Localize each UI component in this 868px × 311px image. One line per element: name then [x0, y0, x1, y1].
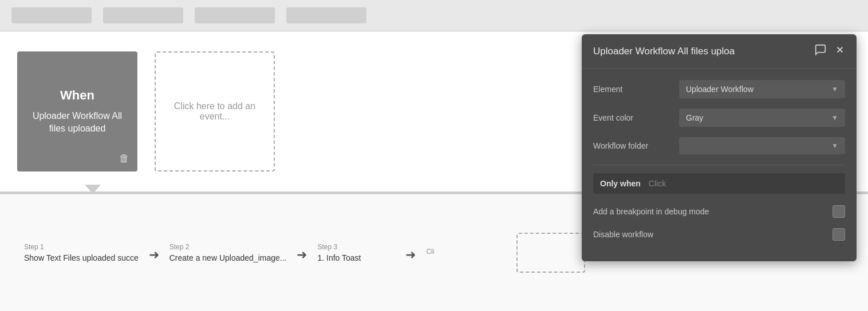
- element-chevron-icon: ▼: [831, 85, 838, 93]
- right-panel: Uploader Workflow All files uploa Elemen…: [582, 34, 857, 261]
- arrow-3: ➜: [405, 248, 416, 262]
- step-2[interactable]: Step 2 Create a new Uploaded_image...: [163, 238, 294, 267]
- when-description: Uploader Workflow All files uploaded: [29, 110, 126, 135]
- close-icon[interactable]: [835, 45, 845, 58]
- arrow-1: ➜: [149, 248, 159, 262]
- element-select[interactable]: Uploader Workflow ▼: [679, 80, 845, 98]
- breakpoint-label: Add a breakpoint in debug mode: [593, 207, 709, 216]
- element-row: Element Uploader Workflow ▼: [593, 80, 845, 98]
- event-color-row: Event color Gray ▼: [593, 109, 845, 127]
- event-color-select[interactable]: Gray ▼: [679, 109, 845, 127]
- when-label: When: [60, 88, 94, 103]
- step-3-number: Step 3: [317, 243, 337, 251]
- step-3[interactable]: Step 3 1. Info Toast: [310, 238, 402, 267]
- triangle-pointer: [85, 185, 101, 194]
- top-tab-2[interactable]: [103, 7, 183, 23]
- step-4-number: Cli: [426, 248, 434, 256]
- breakpoint-row: Add a breakpoint in debug mode: [593, 204, 845, 219]
- only-when-row[interactable]: Only when Click: [593, 173, 845, 194]
- step-1[interactable]: Step 1 Show Text Files uploaded succe: [17, 238, 145, 267]
- step-add-box[interactable]: [516, 233, 585, 273]
- step-2-number: Step 2: [169, 243, 190, 251]
- top-tab-1[interactable]: [11, 7, 92, 23]
- arrow-2: ➜: [297, 248, 307, 262]
- separator-1: [593, 165, 845, 165]
- event-color-label: Event color: [593, 113, 679, 122]
- disable-workflow-row: Disable workflow: [593, 227, 845, 242]
- add-event-card[interactable]: Click here to add an event...: [155, 51, 275, 172]
- workflow-folder-select[interactable]: ▼: [679, 137, 845, 154]
- element-value: Uploader Workflow: [686, 85, 753, 94]
- trash-icon[interactable]: 🗑: [119, 153, 129, 165]
- step-2-name: Create a new Uploaded_image...: [169, 253, 287, 262]
- workflow-folder-row: Workflow folder ▼: [593, 137, 845, 154]
- breakpoint-toggle[interactable]: [833, 205, 845, 218]
- panel-title: Uploader Workflow All files uploa: [593, 46, 735, 57]
- event-color-value: Gray: [686, 113, 703, 122]
- workflow-folder-chevron-icon: ▼: [831, 142, 838, 150]
- disable-workflow-label: Disable workflow: [593, 230, 653, 239]
- top-tab-3[interactable]: [195, 7, 275, 23]
- step-4[interactable]: Cli: [419, 243, 511, 262]
- disable-workflow-toggle[interactable]: [833, 228, 845, 241]
- panel-body: Element Uploader Workflow ▼ Event color …: [582, 69, 857, 261]
- step-1-name: Show Text Files uploaded succe: [24, 253, 139, 262]
- panel-header: Uploader Workflow All files uploa: [582, 34, 857, 69]
- event-color-chevron-icon: ▼: [831, 114, 838, 122]
- step-3-name: 1. Info Toast: [317, 253, 361, 262]
- only-when-value: Click: [649, 179, 666, 188]
- element-label: Element: [593, 85, 679, 94]
- comment-icon[interactable]: [814, 43, 827, 59]
- step-1-number: Step 1: [24, 243, 44, 251]
- workflow-folder-label: Workflow folder: [593, 141, 679, 150]
- top-bar: [0, 0, 868, 31]
- panel-header-icons: [814, 43, 845, 59]
- only-when-label: Only when: [600, 179, 641, 188]
- add-event-text: Click here to add an event...: [167, 101, 262, 122]
- top-tab-4[interactable]: [286, 7, 366, 23]
- when-card[interactable]: When Uploader Workflow All files uploade…: [17, 51, 137, 172]
